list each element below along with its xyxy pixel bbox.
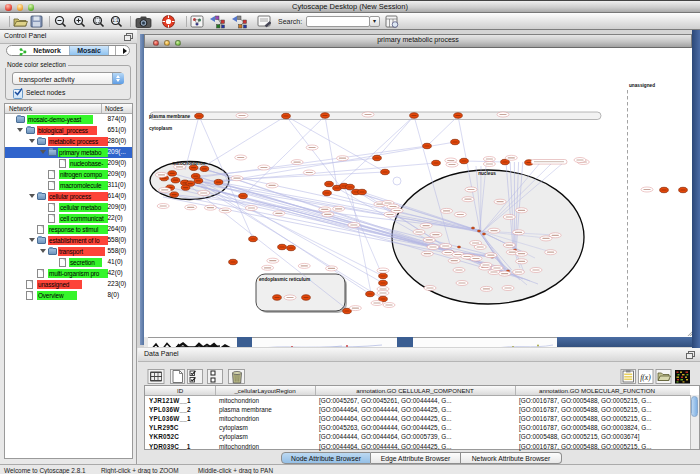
svg-text:cytoplasm: cytoplasm [149,126,172,131]
svg-text:endoplasmic reticulum: endoplasmic reticulum [259,277,310,282]
svg-text:plasma membrane: plasma membrane [149,114,191,119]
svg-text:unassigned: unassigned [629,83,655,88]
svg-text:mitochondrion: mitochondrion [173,161,206,166]
svg-text:f(x): f(x) [640,373,651,382]
svg-text:1:1: 1:1 [112,18,119,23]
svg-text:nucleus: nucleus [478,171,496,176]
